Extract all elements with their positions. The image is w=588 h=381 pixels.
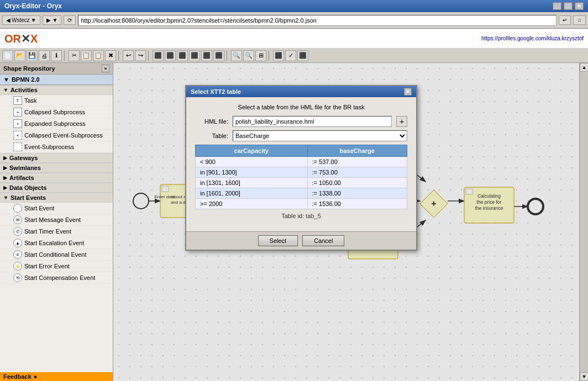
table-id: Table id: tab_5: [195, 213, 407, 219]
col-header-0: carCapacity: [196, 145, 308, 157]
toolbar-redo[interactable]: ↪: [135, 50, 146, 61]
section-artifacts[interactable]: ▶ Artifacts: [0, 173, 113, 183]
start-event-label: Start Event: [24, 205, 54, 211]
toolbar-info[interactable]: ℹ: [51, 50, 62, 61]
panel-title: Shape Repository: [3, 65, 55, 72]
table-cell-3-0: in [1601, 2000]: [196, 188, 308, 199]
back-button[interactable]: ◀ Wstecz ▼: [2, 15, 40, 25]
maximize-button[interactable]: □: [564, 2, 573, 10]
modal-body: Select a table from the HML file for the…: [186, 97, 416, 231]
select-xtt2-dialog: Select XTT2 table ✕ Select a table from …: [185, 85, 417, 251]
modal-close-button[interactable]: ✕: [404, 88, 412, 96]
modal-footer: Select Cancel: [186, 231, 416, 250]
table-select[interactable]: BaseCharge CarDiscount DriverDiscount Ot…: [233, 130, 407, 141]
toolbar-align6[interactable]: ⬛: [213, 50, 224, 61]
sidebar-item-start-escalation[interactable]: ▲ Start Escalation Event: [0, 237, 113, 249]
toolbar-fit[interactable]: ⊞: [255, 50, 266, 61]
hml-file-row: HML file: +: [195, 116, 407, 127]
toolbar-zoom-out[interactable]: 🔍: [243, 50, 254, 61]
sidebar-item-start-error[interactable]: ⚡ Start Error Event: [0, 261, 113, 272]
toolbar-undo[interactable]: ↩: [123, 50, 134, 61]
section-swimlanes[interactable]: ▶ Swimlanes: [0, 163, 113, 173]
start-timer-icon: ⏱: [13, 227, 22, 236]
toolbar-align3[interactable]: ⬛: [177, 50, 188, 61]
scroll-up-button[interactable]: ▲: [580, 63, 588, 72]
section-start-events[interactable]: ▼ Start Events: [0, 193, 113, 203]
table-cell-3-1: := 1338.00: [307, 188, 407, 199]
sidebar-item-start-timer[interactable]: ⏱ Start Timer Event: [0, 226, 113, 237]
bpmn-section-header[interactable]: ▼ BPMN 2.0: [0, 75, 113, 85]
hml-add-button[interactable]: +: [396, 116, 407, 127]
sidebar-item-event-subprocess[interactable]: Event-Subprocess: [0, 141, 113, 153]
hml-file-input[interactable]: [233, 116, 392, 127]
toolbar-align2[interactable]: ⬛: [165, 50, 176, 61]
start-events-label: Start Events: [11, 194, 46, 201]
toolbar-open[interactable]: 📂: [14, 50, 25, 61]
toolbar-align1[interactable]: ⬛: [153, 50, 164, 61]
sidebar-item-collapsed-subprocess[interactable]: + Collapsed Subprocess: [0, 107, 113, 118]
sidebar-item-task[interactable]: T Task: [0, 95, 113, 107]
collapsed-subprocess-label: Collapsed Subprocess: [24, 109, 85, 115]
window-title-bar: Oryx-Editor - Oryx _ □ ✕: [0, 0, 588, 12]
browser-bar: ◀ Wstecz ▼ ▶ ▼ ⟳ ↵ ☆: [0, 12, 588, 29]
toolbar-align4[interactable]: ⬛: [189, 50, 200, 61]
sidebar-item-start-event[interactable]: Start Event: [0, 203, 113, 214]
reload-button[interactable]: ⟳: [64, 15, 76, 25]
select-button[interactable]: Select: [258, 235, 298, 246]
minimize-button[interactable]: _: [553, 2, 561, 10]
scroll-down-button[interactable]: ▼: [580, 372, 588, 381]
sidebar-item-expanded-subprocess[interactable]: + Expanded Subprocess: [0, 118, 113, 130]
canvas-area[interactable]: Enter data about a car and a driver Calc…: [113, 63, 579, 381]
close-button[interactable]: ✕: [575, 2, 584, 10]
cancel-button[interactable]: Cancel: [302, 235, 344, 246]
table-row: in [901, 1300]:= 753.00: [196, 167, 407, 178]
section-gateways[interactable]: ▶ Gateways: [0, 153, 113, 163]
expanded-subprocess-icon: +: [13, 119, 22, 128]
table-label: Table:: [195, 133, 228, 139]
start-conditional-icon: ≡: [13, 250, 22, 259]
swimlanes-label: Swimlanes: [9, 165, 41, 171]
go-button[interactable]: ↵: [559, 15, 571, 25]
url-bar[interactable]: [78, 15, 556, 26]
toolbar-align5[interactable]: ⬛: [201, 50, 212, 61]
section-data-objects[interactable]: ▶ Data Objects: [0, 183, 113, 193]
artifacts-label: Artifacts: [9, 174, 34, 181]
section-activities[interactable]: ▼ Activities: [0, 85, 113, 95]
sidebar-item-start-message[interactable]: ✉ Start Message Event: [0, 214, 113, 226]
toolbar-export[interactable]: ⬛: [297, 50, 308, 61]
collapsed-event-subprocess-label: Collapsed Event-Subprocess: [24, 132, 103, 139]
table-cell-4-0: >= 2000: [196, 199, 308, 209]
collapsed-event-subprocess-icon: +: [13, 131, 22, 140]
toolbar-new[interactable]: 📄: [2, 50, 13, 61]
toolbar-zoom-in[interactable]: 🔍: [231, 50, 242, 61]
modal-instruction: Select a table from the HML file for the…: [195, 104, 407, 110]
start-escalation-icon: ▲: [13, 239, 22, 247]
panel-collapse-btn[interactable]: »: [102, 65, 109, 72]
sidebar-item-start-compensation[interactable]: ⟲ Start Compensation Event: [0, 272, 113, 284]
toolbar-delete[interactable]: ✖: [105, 50, 116, 61]
panel-header: Shape Repository »: [0, 63, 113, 75]
activities-label: Activities: [11, 87, 38, 93]
forward-button[interactable]: ▶ ▼: [43, 15, 62, 25]
toolbar-save[interactable]: 💾: [27, 50, 38, 61]
toolbar-print[interactable]: 🖨: [39, 50, 50, 61]
window-title: Oryx-Editor - Oryx: [4, 2, 62, 10]
start-error-icon: ⚡: [13, 262, 22, 271]
col-header-1: baseCharge: [307, 145, 407, 157]
toolbar-layout[interactable]: ⬛: [273, 50, 284, 61]
event-subprocess-label: Event-Subprocess: [24, 144, 74, 150]
table-data: carCapacity baseCharge < 900:= 537.00in …: [195, 145, 407, 209]
toolbar-paste[interactable]: 📋: [93, 50, 104, 61]
header-url[interactable]: https://profiles.google.com/kluza.krzysz…: [481, 35, 584, 41]
sidebar-item-collapsed-event-subprocess[interactable]: + Collapsed Event-Subprocess: [0, 130, 113, 141]
bookmark-button[interactable]: ☆: [573, 15, 586, 25]
start-timer-label: Start Timer Event: [24, 228, 71, 235]
feedback-bar[interactable]: Feedback ●: [0, 372, 113, 381]
toolbar-validate[interactable]: ✓: [285, 50, 296, 61]
scroll-track[interactable]: [580, 72, 588, 372]
toolbar-cut[interactable]: ✂: [69, 50, 80, 61]
expanded-subprocess-label: Expanded Subprocess: [24, 120, 86, 127]
task-icon: T: [13, 96, 22, 105]
sidebar-item-start-conditional[interactable]: ≡ Start Conditional Event: [0, 249, 113, 261]
toolbar-copy[interactable]: 📋: [81, 50, 92, 61]
